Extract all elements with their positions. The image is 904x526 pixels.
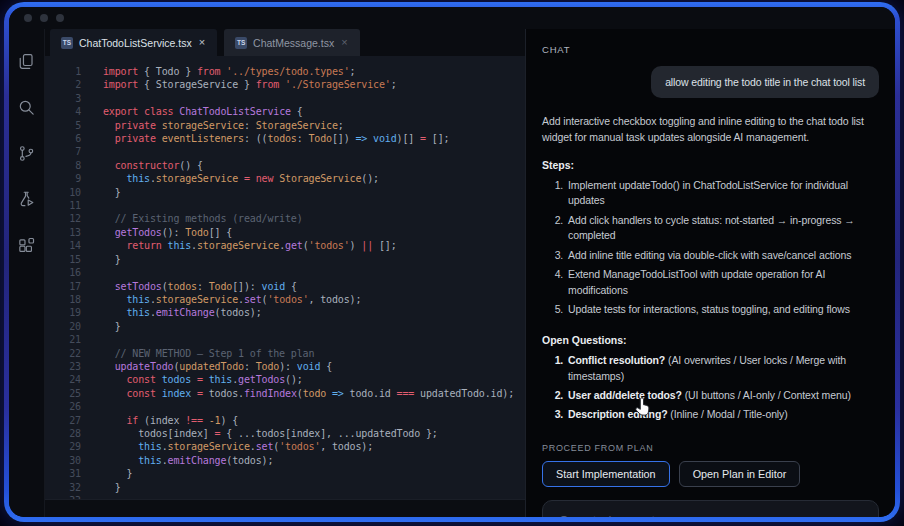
main-row: TS ChatTodoListService.tsx × TS ChatMess… bbox=[9, 29, 895, 517]
code-line: 13 getTodos(): Todo[] { bbox=[45, 226, 525, 239]
code-line: 19 this.emitChange(todos); bbox=[45, 306, 525, 319]
line-number: 23 bbox=[45, 360, 81, 373]
code-line: 24 const todos = this.getTodos(); bbox=[45, 373, 525, 386]
tab-label: ChatMessage.tsx bbox=[253, 37, 334, 49]
code-line: 20 } bbox=[45, 320, 525, 333]
line-number: 28 bbox=[45, 427, 81, 440]
start-implementation-button[interactable]: Start Implementation bbox=[542, 461, 670, 487]
files-icon[interactable] bbox=[17, 51, 37, 71]
line-number: 24 bbox=[45, 373, 81, 386]
window-control-close[interactable] bbox=[24, 14, 32, 22]
code-line: 7 bbox=[45, 145, 525, 158]
line-number: 3 bbox=[45, 92, 81, 105]
code-line: 28 todos[index] = { ...todos[index], ...… bbox=[45, 427, 525, 440]
question-item: Conflict resolution? (AI overwrites / Us… bbox=[566, 353, 879, 385]
tab-chatmessage[interactable]: TS ChatMessage.tsx × bbox=[224, 29, 360, 56]
steps-list: Implement updateTodo() in ChatTodoListSe… bbox=[542, 178, 879, 322]
close-icon[interactable]: × bbox=[340, 36, 348, 49]
code-line: 3 bbox=[45, 92, 525, 105]
chat-panel-title: CHAT bbox=[542, 44, 879, 55]
line-number: 21 bbox=[45, 333, 81, 346]
line-number: 26 bbox=[45, 400, 81, 413]
code-line: 11 bbox=[45, 199, 525, 212]
code-line: 18 this.storageService.set('todos', todo… bbox=[45, 293, 525, 306]
line-number: 9 bbox=[45, 172, 81, 185]
line-number: 15 bbox=[45, 253, 81, 266]
line-number: 13 bbox=[45, 226, 81, 239]
code-line: 2import { StorageService } from './Stora… bbox=[45, 78, 525, 91]
search-icon[interactable] bbox=[17, 97, 37, 117]
assistant-intro-text: Add interactive checkbox toggling and in… bbox=[542, 113, 879, 146]
line-number: 20 bbox=[45, 320, 81, 333]
line-number: 27 bbox=[45, 414, 81, 427]
tab-label: ChatTodoListService.tsx bbox=[79, 37, 192, 49]
line-number: 11 bbox=[45, 199, 81, 212]
line-number: 6 bbox=[45, 132, 81, 145]
code-line: 5 private storageService: StorageService… bbox=[45, 119, 525, 132]
code-line: 1import { Todo } from '../types/todo.typ… bbox=[45, 65, 525, 78]
line-number: 14 bbox=[45, 239, 81, 252]
tab-chattodolistservice[interactable]: TS ChatTodoListService.tsx × bbox=[50, 29, 217, 56]
question-item: Description editing? (Inline / Modal / T… bbox=[566, 407, 879, 423]
typescript-file-icon: TS bbox=[61, 37, 73, 49]
step-item: Update tests for interactions, status to… bbox=[566, 302, 879, 318]
line-number: 7 bbox=[45, 145, 81, 158]
steps-heading: Steps: bbox=[542, 159, 879, 171]
code-line: 31 } bbox=[45, 467, 525, 480]
code-line: 30 this.emitChange(todos); bbox=[45, 454, 525, 467]
source-control-icon[interactable] bbox=[17, 143, 37, 163]
line-number: 25 bbox=[45, 387, 81, 400]
step-item: Extend ManageTodoListTool with update op… bbox=[566, 267, 879, 299]
window-control-maximize[interactable] bbox=[56, 14, 64, 22]
code-line: 9 this.storageService = new StorageServi… bbox=[45, 172, 525, 185]
typescript-file-icon: TS bbox=[235, 37, 247, 49]
close-icon[interactable]: × bbox=[198, 36, 206, 49]
code-line: 27 if (index !== -1) { bbox=[45, 414, 525, 427]
code-line: 26 bbox=[45, 400, 525, 413]
line-number: 16 bbox=[45, 266, 81, 279]
code-editor[interactable]: 1import { Todo } from '../types/todo.typ… bbox=[45, 56, 525, 500]
line-number: 30 bbox=[45, 454, 81, 467]
test-beaker-icon[interactable] bbox=[17, 189, 37, 209]
screen: TS ChatTodoListService.tsx × TS ChatMess… bbox=[0, 0, 904, 526]
window-control-minimize[interactable] bbox=[40, 14, 48, 22]
line-number: 19 bbox=[45, 306, 81, 319]
code-line: 4export class ChatTodoListService { bbox=[45, 105, 525, 118]
step-item: Implement updateTodo() in ChatTodoListSe… bbox=[566, 178, 879, 210]
code-line: 29 this.storageService.set('todos', todo… bbox=[45, 440, 525, 453]
chat-input[interactable] bbox=[558, 514, 819, 517]
line-number: 10 bbox=[45, 186, 81, 199]
code-line: 16 bbox=[45, 266, 525, 279]
extensions-icon[interactable] bbox=[17, 235, 37, 255]
open-plan-in-editor-button[interactable]: Open Plan in Editor bbox=[679, 461, 801, 487]
line-number: 5 bbox=[45, 119, 81, 132]
titlebar[interactable] bbox=[9, 7, 895, 29]
question-item: User add/delete todos? (UI buttons / AI-… bbox=[566, 388, 879, 404]
activity-bar bbox=[9, 29, 45, 517]
chat-composer[interactable]: PlanAuto bbox=[542, 500, 879, 517]
app-window: TS ChatTodoListService.tsx × TS ChatMess… bbox=[9, 7, 895, 517]
line-number: 2 bbox=[45, 78, 81, 91]
code-line: 25 const index = todos.findIndex(todo =>… bbox=[45, 387, 525, 400]
window-glow-frame: TS ChatTodoListService.tsx × TS ChatMess… bbox=[4, 2, 900, 522]
editor-group: TS ChatTodoListService.tsx × TS ChatMess… bbox=[45, 29, 525, 517]
line-number: 18 bbox=[45, 293, 81, 306]
editor-bottom-strip bbox=[45, 500, 525, 517]
line-number: 1 bbox=[45, 65, 81, 78]
line-number: 8 bbox=[45, 159, 81, 172]
line-number: 17 bbox=[45, 280, 81, 293]
plan-actions: Start Implementation Open Plan in Editor bbox=[542, 461, 879, 487]
open-questions-heading: Open Questions: bbox=[542, 334, 879, 346]
line-number: 22 bbox=[45, 347, 81, 360]
code-line: 8 constructor() { bbox=[45, 159, 525, 172]
user-message-bubble: allow editing the todo title in the chat… bbox=[651, 66, 879, 98]
code-line: 15 } bbox=[45, 253, 525, 266]
code-line: 22 // NEW METHOD — Step 1 of the plan bbox=[45, 347, 525, 360]
code-line: 6 private eventListeners: ((todos: Todo[… bbox=[45, 132, 525, 145]
code-line: 23 updateTodo(updatedTodo: Todo): void { bbox=[45, 360, 525, 373]
step-item: Add click handlers to cycle status: not-… bbox=[566, 213, 879, 245]
code-line: 21 bbox=[45, 333, 525, 346]
code-line: 12 // Existing methods (read/write) bbox=[45, 212, 525, 225]
line-number: 31 bbox=[45, 467, 81, 480]
line-number: 29 bbox=[45, 440, 81, 453]
